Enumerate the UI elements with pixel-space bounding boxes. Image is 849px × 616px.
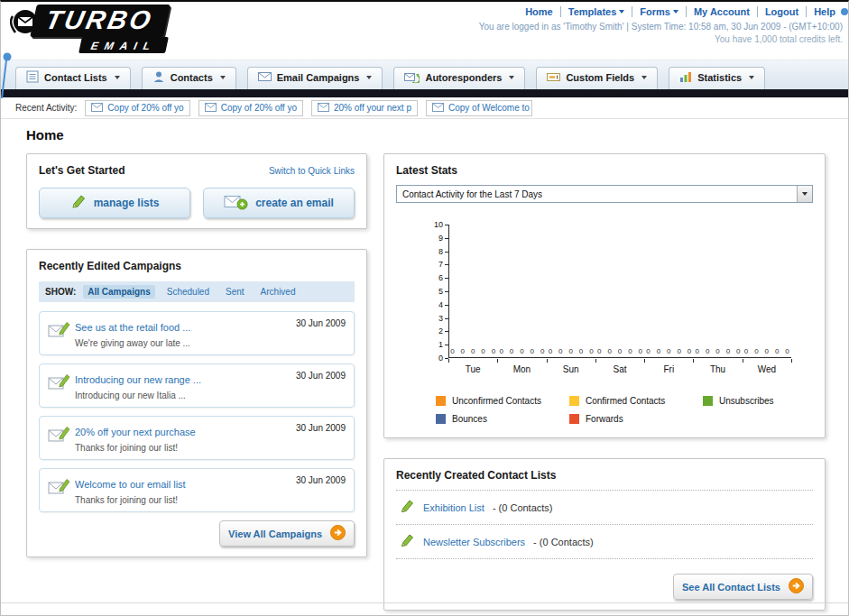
envelope-pencil-icon xyxy=(48,372,75,395)
chevron-down-icon xyxy=(749,76,754,79)
chevron-down-icon xyxy=(673,10,678,14)
recent-activity-item[interactable]: Copy of Welcome to xyxy=(426,100,532,116)
recent-activity-label: Recent Activity: xyxy=(15,103,77,113)
top-nav-templates[interactable]: Templates xyxy=(560,6,632,17)
recent-activity-item[interactable]: 20% off your next p xyxy=(311,100,418,116)
legend-swatch xyxy=(569,396,579,406)
manage-lists-button[interactable]: manage lists xyxy=(39,188,190,218)
chart-plot-area xyxy=(448,225,791,358)
legend-label: Forwards xyxy=(586,414,623,424)
contact-list-item[interactable]: Exhibition List - (0 Contacts) xyxy=(396,491,813,525)
tab-autoresponders[interactable]: Autoresponders xyxy=(393,67,525,89)
campaign-list-item[interactable]: 20% off your next purchase Thanks for jo… xyxy=(39,416,355,460)
tab-statistics[interactable]: Statistics xyxy=(669,67,765,89)
recent-contact-lists-panel: Recently Created Contact Lists Exhibitio… xyxy=(383,458,826,611)
chart-value-labels: 00000 xyxy=(597,347,642,355)
top-nav-home[interactable]: Home xyxy=(518,6,560,17)
top-nav-my-account[interactable]: My Account xyxy=(686,6,757,17)
chart-y-label: 9 xyxy=(421,234,443,243)
filter-scheduled[interactable]: Scheduled xyxy=(162,285,214,299)
legend-item: Forwards xyxy=(569,414,703,424)
campaign-list-item[interactable]: Welcome to our email list Thanks for joi… xyxy=(39,468,355,512)
campaign-subtitle: Introducing our new Italia ... xyxy=(75,391,289,400)
header: TURBO EMAIL Home Templates Forms My Acco… xyxy=(1,2,848,60)
email-campaigns-icon xyxy=(258,71,272,84)
campaign-title-link[interactable]: Introducing our new range ... xyxy=(75,374,201,385)
switch-quick-links-link[interactable]: Switch to Quick Links xyxy=(269,166,355,176)
contact-list-name-link[interactable]: Newsletter Subscribers xyxy=(423,537,525,547)
tab-contact-lists[interactable]: Contact Lists xyxy=(15,67,131,89)
nav-divider-bar xyxy=(1,89,848,97)
envelope-pencil-icon xyxy=(48,320,75,343)
top-nav-logout[interactable]: Logout xyxy=(757,6,806,17)
legend-swatch xyxy=(436,396,446,406)
logo-subtext: EMAIL xyxy=(89,40,157,52)
chart-x-label: Sun xyxy=(551,364,591,374)
filter-sent[interactable]: Sent xyxy=(221,285,249,299)
chart-y-label: 7 xyxy=(421,260,443,269)
campaign-title-link[interactable]: 20% off your next purchase xyxy=(75,427,196,437)
contact-list-item[interactable]: Newsletter Subscribers - (0 Contacts) xyxy=(396,525,813,559)
chart-x-label: Fri xyxy=(649,364,688,374)
top-nav-forms[interactable]: Forms xyxy=(632,6,686,17)
campaign-list-item[interactable]: Introducing our new range ... Introducin… xyxy=(39,363,355,408)
recent-activity-item[interactable]: Copy of 20% off yo xyxy=(198,100,303,116)
main-content: Home Let's Get Started Switch to Quick L… xyxy=(1,119,848,616)
campaign-title-link[interactable]: See us at the retail food ... xyxy=(75,322,190,333)
campaign-date: 30 Jun 2009 xyxy=(296,475,346,485)
show-label: SHOW: xyxy=(45,287,76,297)
create-email-button[interactable]: create an email xyxy=(203,188,355,218)
stats-period-value: Contact Activity for the Last 7 Days xyxy=(402,189,542,199)
chart-y-label: 10 xyxy=(421,220,443,229)
envelope-icon xyxy=(205,103,217,114)
credits-info: You have 1,000 total credits left. xyxy=(479,34,843,44)
envelope-icon xyxy=(91,103,103,114)
filter-archived[interactable]: Archived xyxy=(256,285,300,299)
annotation-marker-right xyxy=(841,8,848,15)
chart-y-label: 1 xyxy=(421,340,443,349)
arrow-circle-icon xyxy=(330,525,346,542)
tab-custom-fields[interactable]: Custom Fields xyxy=(536,67,658,89)
campaign-list-item[interactable]: See us at the retail food ... We're givi… xyxy=(39,311,355,355)
view-all-campaigns-button[interactable]: View All Campaigns xyxy=(219,520,355,547)
legend-swatch xyxy=(436,414,446,424)
campaign-filter-bar: SHOW: All Campaigns Scheduled Sent Archi… xyxy=(39,281,355,302)
legend-label: Unconfirmed Contacts xyxy=(452,396,541,406)
filter-all-campaigns[interactable]: All Campaigns xyxy=(83,285,154,299)
campaign-subtitle: We're giving away our late ... xyxy=(75,338,289,348)
contact-list-count: - (0 Contacts) xyxy=(493,502,553,513)
recent-campaigns-panel: Recently Edited Campaigns SHOW: All Camp… xyxy=(26,249,367,557)
chart-y-label: 6 xyxy=(421,273,443,282)
campaign-date: 30 Jun 2009 xyxy=(296,318,346,328)
latest-stats-title: Latest Stats xyxy=(396,164,813,177)
get-started-title: Let's Get Started xyxy=(39,164,125,177)
chart-y-label: 2 xyxy=(421,326,443,336)
envelope-icon xyxy=(432,103,444,114)
chart-x-label: Wed xyxy=(747,364,787,374)
chart-value-labels: 00000 xyxy=(696,347,741,355)
legend-item: Confirmed Contacts xyxy=(569,396,703,406)
campaign-subtitle: Thanks for joining our list! xyxy=(75,495,289,505)
login-info: You are logged in as 'Timothy Smith' | S… xyxy=(479,22,843,32)
tab-contacts[interactable]: Contacts xyxy=(142,67,236,89)
contact-list-name-link[interactable]: Exhibition List xyxy=(423,502,484,513)
stats-period-select[interactable]: Contact Activity for the Last 7 Days xyxy=(396,185,813,203)
recent-activity-item[interactable]: Copy of 20% off yo xyxy=(85,100,189,116)
envelope-pencil-icon xyxy=(48,425,75,447)
legend-label: Unsubscribes xyxy=(719,396,774,406)
contact-activity-chart: 01234567891000000Tue00000Mon00000Sun0000… xyxy=(396,214,813,387)
tab-email-campaigns[interactable]: Email Campaigns xyxy=(247,67,383,89)
chart-value-labels: 00000 xyxy=(450,347,495,355)
app-logo[interactable]: TURBO EMAIL xyxy=(10,5,226,53)
select-dropdown-icon xyxy=(797,186,812,202)
legend-label: Bounces xyxy=(452,414,487,424)
top-nav-help[interactable]: Help xyxy=(806,6,843,17)
chart-value-labels: 00000 xyxy=(744,347,789,355)
see-all-contact-lists-button[interactable]: See All Contact Lists xyxy=(673,574,813,600)
legend-item: Unconfirmed Contacts xyxy=(436,396,569,406)
main-navigation: Contact Lists Contacts Email Campaigns A… xyxy=(1,60,848,89)
annotation-marker-left xyxy=(1,51,14,106)
campaign-title-link[interactable]: Welcome to our email list xyxy=(75,479,186,490)
contacts-icon xyxy=(152,70,165,85)
recent-activity-bar: Recent Activity: Copy of 20% off yo Copy… xyxy=(1,97,848,119)
